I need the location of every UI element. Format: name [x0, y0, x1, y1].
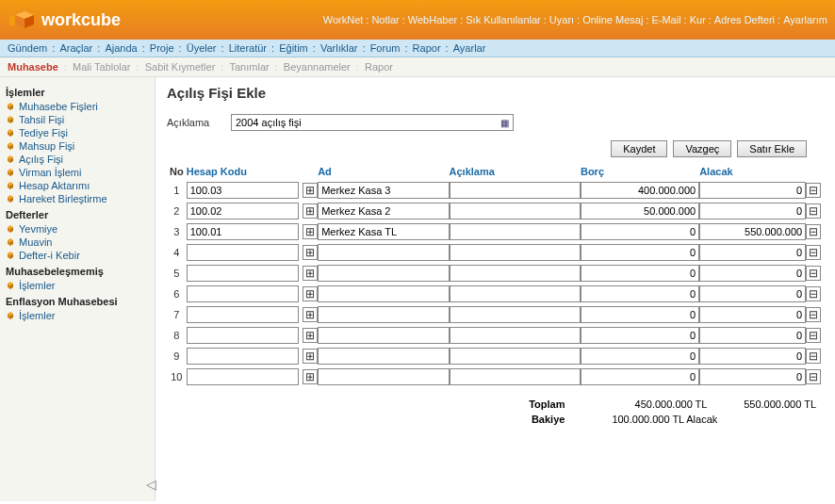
- menu-item[interactable]: Literatür: [229, 42, 267, 54]
- alacak-input[interactable]: [699, 203, 806, 219]
- alacak-input[interactable]: [699, 265, 806, 282]
- borc-input[interactable]: [581, 182, 699, 199]
- hesap-input[interactable]: [187, 327, 299, 344]
- aciklama-input[interactable]: [450, 348, 581, 365]
- delete-row-icon[interactable]: [806, 266, 821, 281]
- ad-input[interactable]: [318, 327, 449, 344]
- submenu-item[interactable]: Rapor: [365, 61, 393, 73]
- delete-row-icon[interactable]: [806, 203, 821, 219]
- alacak-input[interactable]: [699, 348, 806, 365]
- borc-input[interactable]: [581, 285, 699, 302]
- delete-row-icon[interactable]: [806, 307, 821, 322]
- sidebar-item[interactable]: Hesap Aktarımı: [4, 179, 151, 192]
- alacak-input[interactable]: [699, 182, 806, 199]
- borc-input[interactable]: [581, 368, 699, 385]
- aciklama-input[interactable]: [450, 306, 581, 323]
- menu-item[interactable]: Ajanda: [105, 42, 137, 54]
- header-link[interactable]: Kur: [690, 14, 706, 25]
- sidebar-item[interactable]: Defter-i Kebir: [4, 249, 151, 262]
- borc-input[interactable]: [581, 306, 699, 323]
- hesap-input[interactable]: [187, 348, 299, 365]
- aciklama-input[interactable]: [450, 265, 581, 282]
- menu-item[interactable]: Gündem: [8, 42, 47, 54]
- lookup-icon[interactable]: [303, 369, 318, 384]
- header-link[interactable]: Ayarlarım: [783, 14, 827, 25]
- submenu-item[interactable]: Mali Tablolar: [73, 61, 131, 73]
- ad-input[interactable]: [318, 368, 449, 385]
- borc-input[interactable]: [581, 327, 699, 344]
- ad-input[interactable]: [318, 223, 449, 240]
- submenu-active[interactable]: Muhasebe: [8, 61, 58, 73]
- alacak-input[interactable]: [699, 306, 806, 323]
- borc-input[interactable]: [581, 223, 699, 240]
- sidebar-item[interactable]: Muhasebe Fişleri: [4, 100, 151, 113]
- ad-input[interactable]: [318, 265, 449, 282]
- lookup-icon[interactable]: [303, 349, 318, 364]
- header-link[interactable]: Notlar: [371, 14, 399, 25]
- add-row-button[interactable]: Satır Ekle: [737, 140, 807, 157]
- sidebar-item[interactable]: Tediye Fişi: [4, 126, 151, 139]
- header-link[interactable]: Uyarı: [549, 14, 574, 25]
- save-button[interactable]: Kaydet: [611, 140, 667, 157]
- menu-item[interactable]: Eğitim: [279, 42, 308, 54]
- aciklama-input[interactable]: [450, 327, 581, 344]
- menu-item[interactable]: Ayarlar: [453, 42, 486, 54]
- aciklama-input[interactable]: [450, 285, 581, 302]
- alacak-input[interactable]: [699, 327, 806, 344]
- delete-row-icon[interactable]: [806, 349, 821, 364]
- sidebar-item[interactable]: Tahsil Fişi: [4, 113, 151, 126]
- sidebar-item[interactable]: Virman İşlemi: [4, 166, 151, 179]
- aciklama-input[interactable]: [450, 203, 581, 219]
- hesap-input[interactable]: [187, 265, 299, 282]
- aciklama-input[interactable]: [450, 223, 581, 240]
- delete-row-icon[interactable]: [806, 183, 821, 198]
- submenu-item[interactable]: Beyannameler: [284, 61, 351, 73]
- lookup-icon[interactable]: [303, 307, 318, 322]
- menu-item[interactable]: Varlıklar: [320, 42, 358, 54]
- lookup-icon[interactable]: [303, 224, 318, 239]
- delete-row-icon[interactable]: [806, 286, 821, 301]
- header-link[interactable]: Adres Defteri: [714, 14, 775, 25]
- borc-input[interactable]: [581, 244, 699, 261]
- hesap-input[interactable]: [187, 368, 299, 385]
- aciklama-input[interactable]: [450, 368, 581, 385]
- lookup-icon[interactable]: [303, 183, 318, 198]
- ad-input[interactable]: [318, 306, 449, 323]
- sidebar-item[interactable]: Yevmiye: [4, 222, 151, 236]
- sidebar-item[interactable]: Hareket Birleştirme: [4, 192, 151, 205]
- lookup-icon[interactable]: [303, 245, 318, 260]
- sidebar-item[interactable]: İşlemler: [4, 279, 151, 292]
- aciklama-input[interactable]: [450, 182, 581, 199]
- alacak-input[interactable]: [699, 223, 806, 240]
- sidebar-item[interactable]: Muavin: [4, 236, 151, 249]
- lookup-icon[interactable]: [303, 266, 318, 281]
- sidebar-item[interactable]: İşlemler: [4, 309, 151, 322]
- borc-input[interactable]: [581, 265, 699, 282]
- alacak-input[interactable]: [699, 244, 806, 261]
- sidebar-collapse-icon[interactable]: ◁: [146, 477, 156, 492]
- hesap-input[interactable]: [187, 182, 299, 199]
- menu-item[interactable]: Rapor: [413, 42, 441, 54]
- menu-item[interactable]: Üyeler: [187, 42, 217, 54]
- submenu-item[interactable]: Sabit Kıymetler: [145, 61, 216, 73]
- ad-input[interactable]: [318, 244, 449, 261]
- menu-item[interactable]: Araçlar: [59, 42, 92, 54]
- header-link[interactable]: Online Mesaj: [582, 14, 643, 25]
- aciklama-input[interactable]: [450, 244, 581, 261]
- lookup-icon[interactable]: [303, 203, 318, 219]
- ad-input[interactable]: [318, 348, 449, 365]
- delete-row-icon[interactable]: [806, 245, 821, 260]
- ad-input[interactable]: [318, 285, 449, 302]
- calendar-icon[interactable]: ▦: [497, 118, 513, 128]
- ad-input[interactable]: [318, 182, 449, 199]
- lookup-icon[interactable]: [303, 328, 318, 343]
- submenu-item[interactable]: Tanımlar: [229, 61, 269, 73]
- borc-input[interactable]: [581, 203, 699, 219]
- header-link[interactable]: E-Mail: [651, 14, 680, 25]
- menu-item[interactable]: Proje: [150, 42, 174, 54]
- sidebar-item[interactable]: Mahsup Fişi: [4, 139, 151, 153]
- desc-input[interactable]: [232, 115, 497, 130]
- header-link[interactable]: WorkNet: [323, 14, 364, 25]
- menu-item[interactable]: Forum: [370, 42, 401, 54]
- alacak-input[interactable]: [699, 368, 806, 385]
